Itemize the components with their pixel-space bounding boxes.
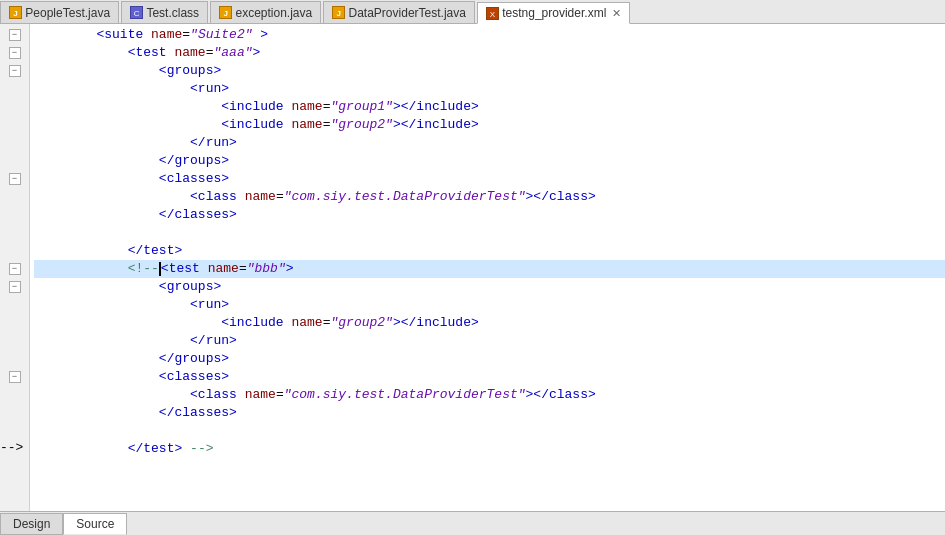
class-icon: C bbox=[130, 6, 143, 19]
tab-label: testng_provider.xml bbox=[502, 6, 606, 20]
fold-icon[interactable]: − bbox=[9, 47, 21, 59]
design-tab-label: Design bbox=[13, 517, 50, 531]
tab-exception[interactable]: J exception.java bbox=[210, 1, 321, 23]
tab-testng[interactable]: X testng_provider.xml ✕ bbox=[477, 2, 630, 24]
gutter-row bbox=[0, 98, 29, 116]
code-content[interactable]: <suite name="Suite2" > <test name="aaa">… bbox=[30, 24, 945, 511]
gutter-row bbox=[0, 332, 29, 350]
tab-people[interactable]: J PeopleTest.java bbox=[0, 1, 119, 23]
code-line: </classes> bbox=[34, 206, 945, 224]
gutter: − − − − − − − bbox=[0, 24, 30, 511]
gutter-row bbox=[0, 188, 29, 206]
java-icon: J bbox=[9, 6, 22, 19]
gutter-row bbox=[0, 152, 29, 170]
tab-label: exception.java bbox=[235, 6, 312, 20]
close-tab-button[interactable]: ✕ bbox=[612, 7, 621, 20]
editor-area: − − − − − − − bbox=[0, 24, 945, 511]
gutter-row bbox=[0, 242, 29, 260]
gutter-row bbox=[0, 314, 29, 332]
fold-icon[interactable]: − bbox=[9, 371, 21, 383]
gutter-row: − bbox=[0, 170, 29, 188]
java-icon: J bbox=[219, 6, 232, 19]
fold-icon[interactable]: − bbox=[9, 29, 21, 41]
gutter-row bbox=[0, 116, 29, 134]
xml-icon: X bbox=[486, 7, 499, 20]
code-line: </test> --> bbox=[34, 440, 945, 458]
source-tab-label: Source bbox=[76, 517, 114, 531]
gutter-row bbox=[0, 350, 29, 368]
gutter-row bbox=[0, 224, 29, 242]
gutter-row bbox=[0, 134, 29, 152]
gutter-row: − bbox=[0, 278, 29, 296]
bottom-bar: Design Source bbox=[0, 511, 945, 535]
gutter-row: − bbox=[0, 260, 29, 278]
fold-icon[interactable]: − bbox=[9, 65, 21, 77]
gutter-row bbox=[0, 422, 29, 440]
source-tab[interactable]: Source bbox=[63, 513, 127, 535]
gutter-row bbox=[0, 80, 29, 98]
gutter-row bbox=[0, 296, 29, 314]
gutter-row: − bbox=[0, 26, 29, 44]
tab-label: PeopleTest.java bbox=[25, 6, 110, 20]
tab-dataprovider[interactable]: J DataProviderTest.java bbox=[323, 1, 475, 23]
code-line: </classes> bbox=[34, 404, 945, 422]
tab-label: Test.class bbox=[146, 6, 199, 20]
tab-label: DataProviderTest.java bbox=[349, 6, 466, 20]
gutter-row bbox=[0, 386, 29, 404]
gutter-row bbox=[0, 206, 29, 224]
code-text: </test> --> bbox=[34, 422, 945, 476]
gutter-row: − bbox=[0, 368, 29, 386]
gutter-row: − bbox=[0, 62, 29, 80]
fold-icon[interactable]: − bbox=[9, 173, 21, 185]
gutter-row bbox=[0, 404, 29, 422]
gutter-row bbox=[0, 455, 29, 473]
gutter-row: − bbox=[0, 44, 29, 62]
tab-test-class[interactable]: C Test.class bbox=[121, 1, 208, 23]
fold-icon[interactable]: − bbox=[9, 281, 21, 293]
tab-bar: J PeopleTest.java C Test.class J excepti… bbox=[0, 0, 945, 24]
design-tab[interactable]: Design bbox=[0, 513, 63, 535]
java-icon: J bbox=[332, 6, 345, 19]
fold-icon[interactable]: − bbox=[9, 263, 21, 275]
